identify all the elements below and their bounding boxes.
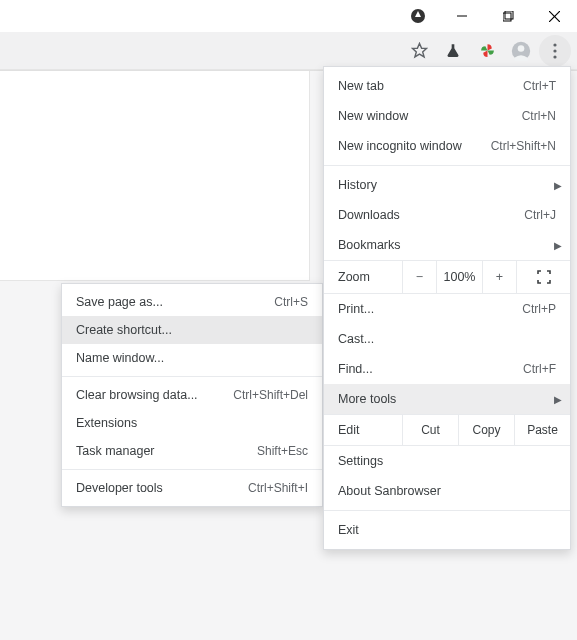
menu-print[interactable]: Print... Ctrl+P: [324, 294, 570, 324]
zoom-value: 100%: [436, 260, 482, 294]
menu-item-shortcut: Ctrl+T: [523, 79, 556, 93]
menu-item-label: New incognito window: [338, 139, 491, 153]
menu-item-label: Developer tools: [76, 481, 248, 495]
submenu-clear-data[interactable]: Clear browsing data... Ctrl+Shift+Del: [62, 381, 322, 409]
svg-point-9: [553, 43, 556, 46]
menu-item-shortcut: Ctrl+F: [523, 362, 556, 376]
menu-more-tools[interactable]: More tools ▶: [324, 384, 570, 414]
menu-item-label: Task manager: [76, 444, 257, 458]
menu-bookmarks[interactable]: Bookmarks ▶: [324, 230, 570, 260]
window-titlebar: [0, 0, 577, 32]
plus-icon: +: [496, 270, 503, 284]
menu-new-incognito[interactable]: New incognito window Ctrl+Shift+N: [324, 131, 570, 161]
app-menu-button[interactable]: [539, 35, 571, 67]
submenu-create-shortcut[interactable]: Create shortcut...: [62, 316, 322, 344]
btn-label: Cut: [421, 423, 440, 437]
menu-item-label: Name window...: [76, 351, 308, 365]
menu-item-shortcut: Ctrl+J: [524, 208, 556, 222]
fullscreen-button[interactable]: [516, 260, 570, 294]
svg-marker-6: [412, 43, 426, 56]
menu-history[interactable]: History ▶: [324, 170, 570, 200]
menu-item-label: Save page as...: [76, 295, 274, 309]
app-menu: New tab Ctrl+T New window Ctrl+N New inc…: [323, 66, 571, 550]
menu-item-shortcut: Ctrl+N: [522, 109, 556, 123]
page-white-panel: [0, 71, 310, 281]
bookmark-star-icon[interactable]: [403, 35, 435, 67]
extension-pinwheel-icon[interactable]: [471, 35, 503, 67]
window-minimize-button[interactable]: [439, 0, 485, 32]
menu-item-label: Print...: [338, 302, 522, 316]
edit-copy-button[interactable]: Copy: [458, 414, 514, 446]
menu-about[interactable]: About Sanbrowser: [324, 476, 570, 506]
menu-item-shortcut: Ctrl+Shift+I: [248, 481, 308, 495]
labs-flask-icon[interactable]: [437, 35, 469, 67]
menu-separator: [62, 469, 322, 470]
minus-icon: −: [416, 270, 423, 284]
menu-item-label: More tools: [338, 392, 556, 406]
window-close-button[interactable]: [531, 0, 577, 32]
zoom-out-button[interactable]: −: [402, 260, 436, 294]
submenu-arrow-icon: ▶: [554, 240, 562, 251]
submenu-arrow-icon: ▶: [554, 394, 562, 405]
profile-avatar-icon[interactable]: [505, 35, 537, 67]
menu-item-label: Bookmarks: [338, 238, 556, 252]
menu-item-label: About Sanbrowser: [338, 484, 556, 498]
menu-item-label: Downloads: [338, 208, 524, 222]
zoom-label: Zoom: [324, 270, 402, 284]
menu-item-label: New tab: [338, 79, 523, 93]
menu-item-shortcut: Shift+Esc: [257, 444, 308, 458]
menu-item-shortcut: Ctrl+S: [274, 295, 308, 309]
menu-item-label: Settings: [338, 454, 556, 468]
app-brand-icon: [403, 8, 433, 24]
menu-item-label: Find...: [338, 362, 523, 376]
menu-cast[interactable]: Cast...: [324, 324, 570, 354]
menu-item-shortcut: Ctrl+Shift+Del: [233, 388, 308, 402]
edit-label: Edit: [324, 423, 402, 437]
menu-item-shortcut: Ctrl+P: [522, 302, 556, 316]
menu-item-label: Clear browsing data...: [76, 388, 233, 402]
more-tools-submenu: Save page as... Ctrl+S Create shortcut..…: [61, 283, 323, 507]
window-maximize-button[interactable]: [485, 0, 531, 32]
btn-label: Copy: [472, 423, 500, 437]
menu-zoom-row: Zoom − 100% +: [324, 260, 570, 294]
svg-point-10: [553, 49, 556, 52]
menu-item-label: Cast...: [338, 332, 556, 346]
menu-separator: [62, 376, 322, 377]
menu-new-tab[interactable]: New tab Ctrl+T: [324, 71, 570, 101]
menu-item-label: Create shortcut...: [76, 323, 308, 337]
menu-find[interactable]: Find... Ctrl+F: [324, 354, 570, 384]
submenu-save-page[interactable]: Save page as... Ctrl+S: [62, 288, 322, 316]
menu-item-label: Extensions: [76, 416, 308, 430]
svg-point-8: [518, 45, 525, 52]
submenu-task-manager[interactable]: Task manager Shift+Esc: [62, 437, 322, 465]
submenu-developer-tools[interactable]: Developer tools Ctrl+Shift+I: [62, 474, 322, 502]
menu-item-label: Exit: [338, 523, 556, 537]
edit-paste-button[interactable]: Paste: [514, 414, 570, 446]
svg-point-11: [553, 55, 556, 58]
submenu-extensions[interactable]: Extensions: [62, 409, 322, 437]
menu-new-window[interactable]: New window Ctrl+N: [324, 101, 570, 131]
svg-rect-3: [505, 11, 513, 19]
menu-separator: [324, 510, 570, 511]
submenu-arrow-icon: ▶: [554, 180, 562, 191]
edit-cut-button[interactable]: Cut: [402, 414, 458, 446]
menu-settings[interactable]: Settings: [324, 446, 570, 476]
browser-toolbar: [0, 32, 577, 70]
menu-item-label: History: [338, 178, 556, 192]
menu-downloads[interactable]: Downloads Ctrl+J: [324, 200, 570, 230]
svg-rect-2: [503, 13, 511, 21]
zoom-in-button[interactable]: +: [482, 260, 516, 294]
menu-exit[interactable]: Exit: [324, 515, 570, 545]
menu-edit-row: Edit Cut Copy Paste: [324, 414, 570, 446]
menu-separator: [324, 165, 570, 166]
btn-label: Paste: [527, 423, 558, 437]
menu-item-shortcut: Ctrl+Shift+N: [491, 139, 556, 153]
submenu-name-window[interactable]: Name window...: [62, 344, 322, 372]
menu-item-label: New window: [338, 109, 522, 123]
